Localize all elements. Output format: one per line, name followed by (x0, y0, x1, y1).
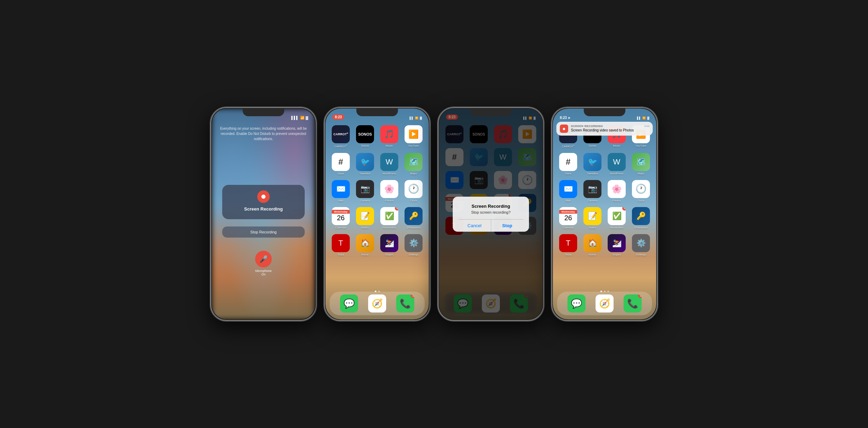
app-wordpress-4[interactable]: W WordPress (607, 153, 626, 175)
status-icons-4: ▌▌ 🛜 ▓ (637, 117, 649, 120)
app-youtube-2[interactable]: ▶️ YouTube (404, 125, 423, 148)
app-settings-4[interactable]: ⚙️ Settings (631, 234, 651, 256)
app-tesla-4[interactable]: T Tesla (558, 234, 578, 256)
dialog-message-3: Stop screen recording? (458, 210, 523, 214)
dock-messages-4[interactable]: 💬 (567, 294, 585, 313)
app-settings-2[interactable]: ⚙️ Settings (404, 234, 423, 256)
clock-label-2: Clock (410, 199, 417, 202)
iphone-3: 8:23 ▌▌ 🛜 ▓ CARROTS SONOS 🎵 ▶️ # 🐦 W 🗺️ … (437, 106, 545, 322)
battery-icon-2: ▓ (420, 117, 422, 120)
notch-1 (243, 109, 284, 116)
app-clock-4[interactable]: 🕐 Clock (631, 180, 651, 202)
tesla-label-2: Tesla (338, 253, 344, 256)
mail-icon-2: ✉️ (332, 180, 350, 198)
photos-label-2: Photos (385, 199, 394, 202)
notch-3 (470, 109, 512, 116)
dock-phone-4[interactable]: 📞 3 (624, 294, 642, 313)
iphone-2: 8:23 ▌▌ 🛜 ▓ CARROTS CARROTS (323, 106, 431, 322)
slack-icon-2: # (332, 153, 350, 171)
wifi-icon: 📶 (300, 116, 304, 120)
app-notes-4[interactable]: 📝 Notes (583, 207, 602, 229)
safari-icon-2: 🧭 (368, 294, 386, 313)
phone-icon-2: 📞 3 (396, 294, 414, 313)
app-clock-2[interactable]: 🕐 Clock (404, 180, 423, 202)
notif-header-4: SCREEN RECORDING now (571, 125, 649, 128)
app-slopes-2[interactable]: ⛷️ Slopes (380, 234, 399, 256)
app-grid-2: CARROTS CARROTS SONOS Sonos 🎵 Music (331, 125, 423, 256)
app-camera-4[interactable]: 📷 Camera (583, 180, 602, 202)
dock-safari-2[interactable]: 🧭 (368, 294, 386, 313)
app-calendar-2[interactable]: Wednesday 26 Calendar (331, 207, 350, 229)
app-notes-2[interactable]: 📝 Notes (355, 207, 375, 229)
app-reminders-2[interactable]: ✅ 2 Reminders (380, 207, 399, 229)
settings-label-2: Settings (409, 253, 419, 256)
home-icon-2: 🏠 (356, 234, 374, 252)
app-camera-2[interactable]: 📷 Camera (355, 180, 375, 202)
microphone-button[interactable]: 🎤 MicrophoneOn (255, 251, 272, 276)
dock-safari-4[interactable]: 🧭 (596, 294, 614, 313)
youtube-icon-2: ▶️ (405, 125, 423, 143)
slopes-label-2: Slopes (385, 253, 393, 256)
app-home-2[interactable]: 🏠 Home (355, 234, 375, 256)
app-wordpress-2[interactable]: W WordPress (380, 153, 399, 175)
clock-icon-2: 🕐 (405, 180, 423, 198)
iphone-4: 8:23 ➤ ▌▌ 🛜 ▓ ⏺ SCREEN RECORDING now (551, 106, 658, 322)
tweetbot-label-2: Tweetbot (359, 172, 371, 175)
app-calendar-4[interactable]: Wednesday 26 Calendar (558, 207, 578, 229)
carrot-icon-2: CARROTS (332, 125, 350, 143)
app-sonos-2[interactable]: SONOS Sonos (355, 125, 375, 148)
app-1password-4[interactable]: 🔑 1Password (631, 207, 651, 229)
photos-icon-2: 🌸 (380, 180, 398, 198)
app-photos-4[interactable]: 🌸 Photos (607, 180, 626, 202)
calendar-label-2: Calendar (335, 226, 346, 229)
app-music-2[interactable]: 🎵 Music (380, 125, 399, 148)
dialog-overlay-3: Screen Recording Stop screen recording? … (439, 109, 542, 319)
app-tweetbot-2[interactable]: 🐦 Tweetbot (355, 153, 375, 175)
dock-2: 💬 🧭 📞 3 (330, 292, 425, 315)
app-mail-4[interactable]: ✉️ Mail (558, 180, 578, 202)
app-slack-4[interactable]: # Slack (558, 153, 578, 175)
iphone-1: ▌▌▌ 📶 ▓ Everything on your screen, inclu… (210, 106, 317, 322)
app-1password-2[interactable]: 🔑 1Password (404, 207, 423, 229)
app-tesla-2[interactable]: T Tesla (331, 234, 350, 256)
app-home-4[interactable]: 🏠 Home (583, 234, 602, 256)
dialog-cancel-button[interactable]: Cancel (458, 220, 491, 232)
settings-icon-2: ⚙️ (405, 234, 423, 252)
dock-phone-2[interactable]: 📞 3 (396, 294, 414, 313)
1password-label-2: 1Password (407, 226, 420, 229)
notif-app-name-4: SCREEN RECORDING (571, 125, 603, 128)
screen-recording-button[interactable]: Screen Recording (222, 185, 305, 219)
carrot-label-2: CARROTS (334, 144, 347, 148)
app-slack-2[interactable]: # Slack (331, 153, 350, 175)
status-icons-2: ▌▌ 🛜 ▓ (410, 117, 422, 120)
phone-badge-2: 3 (411, 294, 414, 298)
maps-icon-2: 🗺️ (405, 153, 423, 171)
notification-banner-4[interactable]: ⏺ SCREEN RECORDING now Screen Recording … (556, 122, 653, 136)
app-carrot-2[interactable]: CARROTS CARROTS (331, 125, 350, 148)
screen-recording-label: Screen Recording (228, 206, 299, 212)
dialog-stop-button[interactable]: Stop (491, 220, 524, 232)
app-slopes-4[interactable]: ⛷️ Slopes (607, 234, 626, 256)
slack-label-2: Slack (337, 172, 344, 175)
signal-icon-2: ▌▌ (410, 117, 414, 120)
app-mail-2[interactable]: ✉️ Mail (331, 180, 350, 202)
cal-header-2: Wednesday (332, 210, 350, 214)
notes-icon-2: 📝 (356, 207, 374, 225)
sonos-icon-2: SONOS (356, 125, 374, 143)
dock-4: 💬 🧭 📞 3 (557, 292, 652, 315)
wifi-icon-2: 🛜 (415, 117, 418, 120)
notch-2 (356, 109, 398, 116)
notch-4 (584, 109, 625, 116)
dock-messages-2[interactable]: 💬 (340, 294, 358, 313)
app-photos-2[interactable]: 🌸 Photos (380, 180, 399, 202)
sonos-label-2: Sonos (361, 144, 369, 147)
stop-recording-button[interactable]: Stop Recording (222, 226, 305, 238)
app-grid-4: CARROTS CARROTS SONOS Sonos 🎵 Music ▶️ Y… (558, 125, 651, 256)
app-reminders-4[interactable]: ✅ 2 Reminders (607, 207, 626, 229)
app-maps-2[interactable]: 🗺️ Maps (404, 153, 423, 175)
app-maps-4[interactable]: 🗺️ Maps (631, 153, 651, 175)
cal-day-2: 26 (337, 214, 345, 222)
app-tweetbot-4[interactable]: 🐦 Tweetbot (583, 153, 602, 175)
signal-icon: ▌▌▌ (291, 116, 298, 120)
reminders-label-2: Reminders (383, 226, 396, 229)
